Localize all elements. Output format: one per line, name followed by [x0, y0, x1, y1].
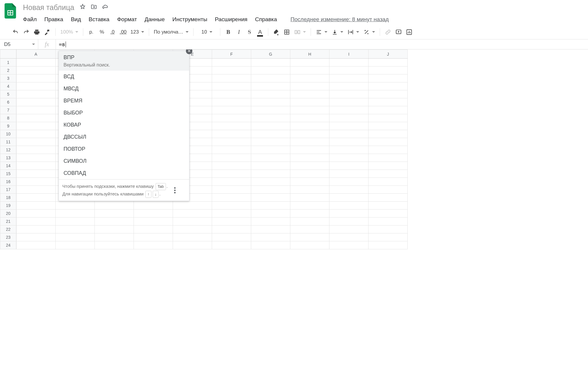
- cell[interactable]: [16, 162, 56, 170]
- col-header[interactable]: F: [212, 50, 251, 59]
- cell[interactable]: [173, 210, 212, 218]
- row-header[interactable]: 11: [0, 138, 16, 146]
- cell[interactable]: [16, 106, 56, 114]
- autocomplete-item[interactable]: ПОВТОР: [59, 143, 189, 155]
- cell[interactable]: [329, 241, 369, 249]
- row-header[interactable]: 4: [0, 82, 16, 90]
- cell[interactable]: [290, 178, 329, 186]
- cell[interactable]: [329, 178, 369, 186]
- print-button[interactable]: [32, 27, 42, 37]
- font-family-select[interactable]: По умолча…: [152, 27, 190, 37]
- cell[interactable]: [251, 162, 290, 170]
- cell[interactable]: [329, 210, 369, 218]
- cell[interactable]: [16, 170, 56, 178]
- menu-file[interactable]: Файл: [23, 16, 37, 23]
- autocomplete-item[interactable]: ВСД: [59, 71, 189, 83]
- cell[interactable]: [212, 241, 251, 249]
- cell[interactable]: [329, 74, 369, 82]
- autocomplete-item[interactable]: СИМВОЛ: [59, 155, 189, 167]
- cell[interactable]: [251, 210, 290, 218]
- zoom-select[interactable]: 100%: [59, 27, 80, 37]
- insert-comment-button[interactable]: [394, 27, 404, 37]
- menu-tools[interactable]: Инструменты: [172, 16, 207, 23]
- cell[interactable]: [56, 202, 95, 210]
- cell[interactable]: [251, 225, 290, 233]
- cell[interactable]: [251, 67, 290, 74]
- cell[interactable]: [251, 138, 290, 146]
- cell[interactable]: [134, 225, 173, 233]
- row-header[interactable]: 9: [0, 122, 16, 130]
- cell[interactable]: [95, 241, 134, 249]
- cell[interactable]: [16, 122, 56, 130]
- cell[interactable]: [173, 241, 212, 249]
- cell[interactable]: [290, 138, 329, 146]
- cell[interactable]: [212, 122, 251, 130]
- cell[interactable]: [212, 106, 251, 114]
- cell[interactable]: [329, 67, 369, 74]
- undo-button[interactable]: [11, 27, 21, 37]
- cell[interactable]: [212, 233, 251, 241]
- cell[interactable]: [290, 98, 329, 106]
- cell[interactable]: [369, 106, 408, 114]
- cell[interactable]: [369, 225, 408, 233]
- cell[interactable]: [329, 162, 369, 170]
- format-currency-button[interactable]: р.: [86, 27, 96, 37]
- cell[interactable]: [56, 210, 95, 218]
- paint-format-button[interactable]: [42, 27, 52, 37]
- cell[interactable]: [251, 241, 290, 249]
- cell[interactable]: [329, 138, 369, 146]
- autocomplete-item[interactable]: ВПРВертикальный поиск.: [59, 51, 189, 71]
- cell[interactable]: [290, 186, 329, 194]
- sheets-logo[interactable]: [3, 4, 18, 18]
- cell[interactable]: [16, 74, 56, 82]
- cell[interactable]: [173, 225, 212, 233]
- cell[interactable]: [369, 154, 408, 162]
- cell[interactable]: [369, 130, 408, 138]
- cell[interactable]: [16, 218, 56, 225]
- cell[interactable]: [251, 114, 290, 122]
- cell[interactable]: [251, 194, 290, 202]
- cell[interactable]: [290, 233, 329, 241]
- cell[interactable]: [290, 218, 329, 225]
- cell[interactable]: [290, 241, 329, 249]
- cell[interactable]: [329, 225, 369, 233]
- cell[interactable]: [329, 130, 369, 138]
- cell[interactable]: [251, 106, 290, 114]
- cell[interactable]: [95, 210, 134, 218]
- row-header[interactable]: 23: [0, 233, 16, 241]
- cell[interactable]: [329, 59, 369, 67]
- cell[interactable]: [290, 74, 329, 82]
- row-header[interactable]: 21: [0, 218, 16, 225]
- cell[interactable]: [16, 114, 56, 122]
- row-header[interactable]: 16: [0, 178, 16, 186]
- row-header[interactable]: 6: [0, 98, 16, 106]
- cell[interactable]: [329, 154, 369, 162]
- cell[interactable]: [369, 59, 408, 67]
- cell[interactable]: [251, 218, 290, 225]
- cell[interactable]: [16, 241, 56, 249]
- cell[interactable]: [212, 170, 251, 178]
- cell[interactable]: [329, 218, 369, 225]
- insert-chart-button[interactable]: [404, 27, 414, 37]
- cell[interactable]: [290, 194, 329, 202]
- cell[interactable]: [95, 225, 134, 233]
- cell[interactable]: [290, 106, 329, 114]
- cell[interactable]: [369, 90, 408, 98]
- autocomplete-item[interactable]: СОВПАД: [59, 167, 189, 179]
- cell[interactable]: [251, 202, 290, 210]
- cell[interactable]: [16, 154, 56, 162]
- cell[interactable]: [212, 98, 251, 106]
- cell[interactable]: [369, 194, 408, 202]
- cell[interactable]: [329, 114, 369, 122]
- cell[interactable]: [212, 225, 251, 233]
- row-header[interactable]: 5: [0, 90, 16, 98]
- row-header[interactable]: 17: [0, 186, 16, 194]
- cell[interactable]: [290, 202, 329, 210]
- row-header[interactable]: 19: [0, 202, 16, 210]
- cell[interactable]: [16, 82, 56, 90]
- autocomplete-item[interactable]: ДВССЫЛ: [59, 131, 189, 143]
- cell[interactable]: [290, 90, 329, 98]
- cell[interactable]: [16, 233, 56, 241]
- row-header[interactable]: 8: [0, 114, 16, 122]
- formula-input[interactable]: =в: [56, 39, 588, 49]
